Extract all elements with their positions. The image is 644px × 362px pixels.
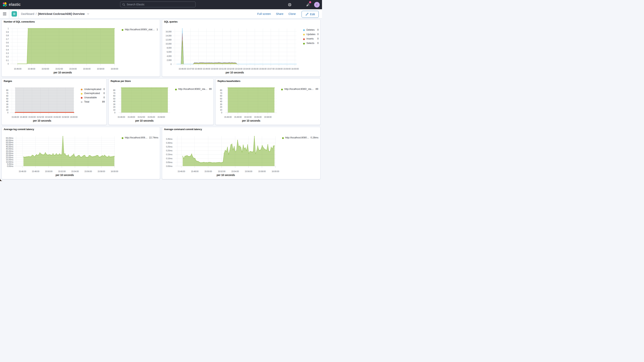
svg-text:0: 0 xyxy=(221,112,222,114)
svg-text:15:46:00: 15:46:00 xyxy=(14,68,22,70)
svg-text:15:50:00: 15:50:00 xyxy=(211,68,218,70)
svg-text:0: 0 xyxy=(7,112,8,114)
svg-text:15:56:00: 15:56:00 xyxy=(53,116,61,118)
svg-text:15:54:00: 15:54:00 xyxy=(69,68,77,70)
svg-text:16:00:00: 16:00:00 xyxy=(272,170,279,172)
svg-text:0.9: 0.9 xyxy=(6,31,9,33)
svg-text:15:50:00: 15:50:00 xyxy=(45,170,52,172)
svg-text:15:54:00: 15:54:00 xyxy=(231,170,239,172)
svg-text:40: 40 xyxy=(6,100,8,102)
svg-text:15:51:00: 15:51:00 xyxy=(219,68,226,70)
svg-text:80: 80 xyxy=(220,89,222,91)
svg-text:15:49:00: 15:49:00 xyxy=(128,116,135,118)
svg-text:0.30ms: 0.30ms xyxy=(166,142,172,144)
svg-text:15:58:00: 15:58:00 xyxy=(264,116,272,118)
svg-text:15:58:00: 15:58:00 xyxy=(97,68,104,70)
svg-text:15:46:00: 15:46:00 xyxy=(178,170,185,172)
svg-text:30: 30 xyxy=(113,103,115,106)
svg-text:10,000: 10,000 xyxy=(166,42,172,45)
svg-text:15:46:00: 15:46:00 xyxy=(19,170,26,172)
svg-text:60: 60 xyxy=(220,95,222,97)
svg-text:15:55:00: 15:55:00 xyxy=(251,68,258,70)
svg-text:per 10 seconds: per 10 seconds xyxy=(54,71,72,74)
svg-text:0.5: 0.5 xyxy=(6,45,9,47)
svg-text:15:46:00: 15:46:00 xyxy=(224,116,232,118)
svg-text:15:58:00: 15:58:00 xyxy=(62,116,69,118)
svg-text:14,000: 14,000 xyxy=(166,34,172,37)
svg-text:15:58:00: 15:58:00 xyxy=(258,170,266,172)
svg-text:15:56:00: 15:56:00 xyxy=(83,68,90,70)
svg-text:8,000: 8,000 xyxy=(166,47,172,49)
svg-text:0.8: 0.8 xyxy=(6,34,9,36)
svg-text:16:00:00: 16:00:00 xyxy=(291,68,299,70)
svg-text:15:48:00: 15:48:00 xyxy=(20,116,28,118)
svg-text:50: 50 xyxy=(220,98,222,100)
svg-text:per 10 seconds: per 10 seconds xyxy=(56,173,74,176)
svg-text:15.00ms: 15.00ms xyxy=(6,158,14,161)
svg-text:0.4: 0.4 xyxy=(6,48,9,51)
svg-text:1: 1 xyxy=(8,27,9,30)
svg-text:15:47:00: 15:47:00 xyxy=(187,68,194,70)
svg-text:15:48:00: 15:48:00 xyxy=(191,170,198,172)
svg-text:15:52:00: 15:52:00 xyxy=(37,116,44,118)
svg-text:15:46:00: 15:46:00 xyxy=(178,68,186,70)
svg-text:per 10 seconds: per 10 seconds xyxy=(226,71,244,74)
svg-text:15:52:00: 15:52:00 xyxy=(218,170,225,172)
svg-text:15:50:00: 15:50:00 xyxy=(42,68,49,70)
svg-text:70: 70 xyxy=(6,92,8,94)
svg-text:15:52:00: 15:52:00 xyxy=(58,170,66,172)
svg-text:15:58:00: 15:58:00 xyxy=(275,68,283,70)
svg-text:15:53:00: 15:53:00 xyxy=(235,68,242,70)
svg-text:15:56:00: 15:56:00 xyxy=(245,170,252,172)
svg-text:6,000: 6,000 xyxy=(166,51,172,53)
svg-text:0.00ms: 0.00ms xyxy=(7,165,14,167)
svg-text:40.00ms: 40.00ms xyxy=(6,148,14,150)
svg-text:10.00ms: 10.00ms xyxy=(6,160,14,163)
svg-text:40: 40 xyxy=(220,100,222,102)
svg-text:0.25ms: 0.25ms xyxy=(166,146,172,148)
svg-text:16,000: 16,000 xyxy=(166,30,172,32)
svg-text:15:55:00: 15:55:00 xyxy=(254,116,262,118)
svg-text:15:59:00: 15:59:00 xyxy=(283,68,290,70)
svg-text:15:49:00: 15:49:00 xyxy=(203,68,210,70)
svg-text:70: 70 xyxy=(220,92,222,94)
svg-text:15:52:00: 15:52:00 xyxy=(55,68,63,70)
svg-text:30: 30 xyxy=(6,103,8,106)
svg-text:per 10 seconds: per 10 seconds xyxy=(33,119,52,122)
svg-text:15:58:00: 15:58:00 xyxy=(157,116,165,118)
svg-text:15:54:00: 15:54:00 xyxy=(71,170,79,172)
svg-text:0.35ms: 0.35ms xyxy=(166,138,172,140)
svg-text:0.20ms: 0.20ms xyxy=(166,150,172,152)
svg-text:60.00ms: 60.00ms xyxy=(6,139,14,141)
svg-text:per 10 seconds: per 10 seconds xyxy=(216,173,235,176)
svg-text:2,000: 2,000 xyxy=(166,59,172,61)
svg-text:15:50:00: 15:50:00 xyxy=(204,170,212,172)
svg-text:50.00ms: 50.00ms xyxy=(6,143,14,146)
svg-text:16:00:00: 16:00:00 xyxy=(70,116,78,118)
svg-text:20.00ms: 20.00ms xyxy=(6,156,14,159)
svg-text:25.00ms: 25.00ms xyxy=(6,154,14,156)
svg-text:15:48:00: 15:48:00 xyxy=(32,170,39,172)
svg-text:15:48:00: 15:48:00 xyxy=(194,68,202,70)
svg-text:80: 80 xyxy=(6,89,8,91)
svg-text:5.00ms: 5.00ms xyxy=(7,163,14,165)
svg-text:10: 10 xyxy=(6,109,8,111)
svg-text:30: 30 xyxy=(220,103,222,106)
svg-text:20: 20 xyxy=(220,106,222,108)
svg-text:4,000: 4,000 xyxy=(166,55,172,57)
svg-text:15:46:00: 15:46:00 xyxy=(118,116,125,118)
svg-text:0.15ms: 0.15ms xyxy=(166,153,172,156)
svg-text:80: 80 xyxy=(113,89,115,91)
svg-text:0.00ms: 0.00ms xyxy=(166,165,172,167)
svg-text:15:57:00: 15:57:00 xyxy=(267,68,274,70)
svg-text:15:52:00: 15:52:00 xyxy=(227,68,234,70)
svg-text:0.7: 0.7 xyxy=(6,38,9,40)
svg-text:0: 0 xyxy=(114,112,115,114)
svg-text:15:55:00: 15:55:00 xyxy=(147,116,155,118)
svg-text:0.1: 0.1 xyxy=(6,59,9,61)
svg-text:0.05ms: 0.05ms xyxy=(166,161,172,163)
svg-text:15:58:00: 15:58:00 xyxy=(98,170,105,172)
svg-text:60: 60 xyxy=(113,95,115,97)
svg-text:15:46:00: 15:46:00 xyxy=(12,116,19,118)
svg-text:65.00ms: 65.00ms xyxy=(6,137,14,139)
